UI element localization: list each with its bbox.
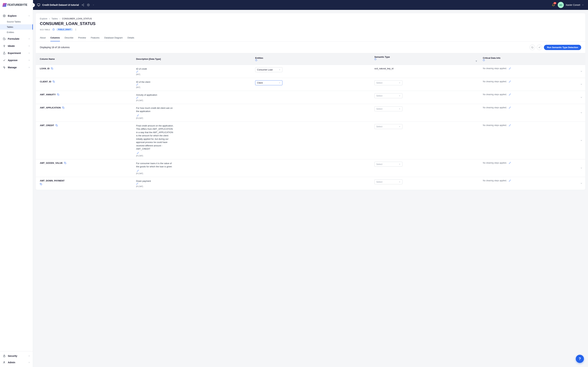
- expand-row-icon[interactable]: [580, 83, 583, 85]
- tab-about[interactable]: About: [40, 34, 46, 41]
- clear-icon[interactable]: [399, 181, 401, 183]
- notifications-button[interactable]: 4: [552, 3, 555, 7]
- edit-icon[interactable]: [136, 97, 174, 99]
- copy-icon[interactable]: [53, 81, 55, 83]
- share-icon[interactable]: [82, 4, 84, 6]
- status-badge: PUBLIC_DRAFT: [56, 28, 73, 31]
- content: Explore › Tables › CONSUMER_LOAN_STATUS …: [33, 10, 588, 367]
- semantic-select[interactable]: Select: [374, 106, 402, 111]
- sidebar-collapse-button[interactable]: [31, 3, 35, 7]
- edit-icon[interactable]: [509, 93, 511, 95]
- description-text: Down payment: [136, 180, 151, 182]
- expand-row-icon[interactable]: [580, 182, 583, 184]
- chevron-right-icon: [28, 59, 30, 61]
- expand-row-icon[interactable]: [580, 111, 583, 114]
- tabs: About Columns Describe Preview Features …: [36, 34, 585, 42]
- clear-icon[interactable]: [399, 82, 401, 84]
- project-selector[interactable]: Credit Default Dataset UI tutorial: [37, 3, 79, 7]
- edit-icon[interactable]: [509, 107, 511, 108]
- edit-icon[interactable]: [137, 152, 250, 154]
- entity-tag[interactable]: Client: [255, 80, 282, 85]
- expand-row-icon[interactable]: [580, 139, 583, 142]
- nav-header-experiment[interactable]: Experiment: [0, 50, 33, 56]
- help-icon[interactable]: [52, 28, 55, 31]
- clear-icon[interactable]: [399, 126, 401, 127]
- user-menu[interactable]: XC Xavier Conort: [558, 2, 584, 8]
- clear-icon[interactable]: [399, 163, 401, 165]
- edit-icon[interactable]: [509, 67, 511, 69]
- nav-subitem-source-tables[interactable]: Source Tables: [0, 19, 33, 24]
- copy-icon[interactable]: [57, 93, 59, 96]
- nav-header-approve[interactable]: Approve: [0, 57, 33, 64]
- tab-details[interactable]: Details: [127, 34, 134, 41]
- help-icon[interactable]: [483, 59, 575, 61]
- logo-mark-icon: [2, 3, 7, 7]
- nav-subitem-tables[interactable]: Tables: [0, 24, 33, 30]
- semantic-select[interactable]: Select: [374, 162, 402, 167]
- nav-header-admin[interactable]: Admin: [0, 359, 33, 366]
- table-row: AMT_CREDITFinal credit amount on the app…: [36, 122, 585, 159]
- description-text: ID of the client: [136, 81, 150, 83]
- expand-row-icon[interactable]: [580, 167, 583, 169]
- tab-columns[interactable]: Columns: [50, 34, 60, 41]
- copy-icon[interactable]: [64, 162, 66, 164]
- edit-icon[interactable]: [509, 180, 511, 182]
- clear-icon[interactable]: [399, 108, 401, 110]
- tab-database-diagram[interactable]: Database Diagram: [104, 34, 123, 41]
- cdi-text: No cleaning steps applied.: [483, 124, 507, 126]
- nav-header-security[interactable]: Security: [0, 353, 33, 359]
- nav-header-manage[interactable]: Manage: [0, 64, 33, 71]
- copy-icon[interactable]: [56, 124, 58, 126]
- chevron-down-icon[interactable]: [92, 4, 94, 6]
- sidebar-bottom: Security Admin: [0, 351, 33, 367]
- edit-icon[interactable]: [137, 114, 250, 117]
- edit-icon[interactable]: [509, 162, 511, 164]
- copy-icon[interactable]: [51, 67, 53, 70]
- tab-features[interactable]: Features: [91, 34, 99, 41]
- help-fab[interactable]: ?: [576, 355, 584, 363]
- edit-icon[interactable]: [509, 81, 511, 83]
- filter-icon[interactable]: [475, 60, 477, 62]
- nav-header-formulate[interactable]: Formulate: [0, 36, 33, 42]
- semantic-select[interactable]: Select: [374, 124, 402, 129]
- copy-icon[interactable]: [62, 107, 64, 109]
- copy-icon[interactable]: [40, 183, 131, 185]
- check-button[interactable]: [537, 45, 542, 50]
- entity-tag[interactable]: Consumer Loan: [255, 67, 282, 72]
- help-icon[interactable]: [255, 59, 369, 61]
- expand-row-icon[interactable]: [580, 96, 583, 99]
- th-column-name: Column Name: [36, 53, 133, 65]
- svg-point-8: [83, 5, 84, 6]
- search-button[interactable]: [530, 45, 535, 50]
- semantic-select[interactable]: Select: [374, 179, 402, 184]
- run-semantic-button[interactable]: Run Semantic Type Detection: [544, 45, 581, 50]
- clear-icon[interactable]: [399, 95, 401, 97]
- clear-icon[interactable]: [279, 82, 281, 84]
- nav-header-explore[interactable]: Explore: [0, 13, 33, 19]
- nav-subitem-entities[interactable]: Entities: [0, 30, 33, 35]
- brand-logo[interactable]: FEATUREBYTE: [3, 3, 27, 7]
- breadcrumb-tables[interactable]: Tables: [51, 17, 58, 20]
- tab-preview[interactable]: Preview: [78, 34, 86, 41]
- tab-describe[interactable]: Describe: [65, 34, 73, 41]
- svg-rect-20: [58, 94, 59, 95]
- semantic-select[interactable]: Select: [374, 80, 402, 85]
- edit-icon[interactable]: [137, 170, 250, 172]
- edit-icon[interactable]: [136, 83, 174, 86]
- edit-icon[interactable]: [136, 183, 174, 185]
- nav-label: Approve: [8, 59, 17, 62]
- nav-header-ideate[interactable]: Ideate: [0, 43, 33, 49]
- edit-icon[interactable]: [136, 71, 174, 73]
- breadcrumb-explore[interactable]: Explore: [40, 17, 47, 20]
- edit-icon[interactable]: [509, 124, 511, 126]
- expand-row-icon[interactable]: [580, 70, 583, 73]
- help-icon[interactable]: [374, 58, 477, 60]
- table-row: LOAN_IDID of credit[INT]Consumer Loanscd…: [36, 65, 585, 78]
- approve-icon: [3, 59, 6, 62]
- more-icon[interactable]: [75, 28, 77, 31]
- semantic-select[interactable]: Select: [374, 93, 402, 98]
- entity-label: Client: [257, 82, 263, 84]
- gear-icon[interactable]: [87, 4, 90, 6]
- cdi-text: No cleaning steps applied.: [483, 179, 507, 182]
- clear-icon[interactable]: [279, 69, 281, 71]
